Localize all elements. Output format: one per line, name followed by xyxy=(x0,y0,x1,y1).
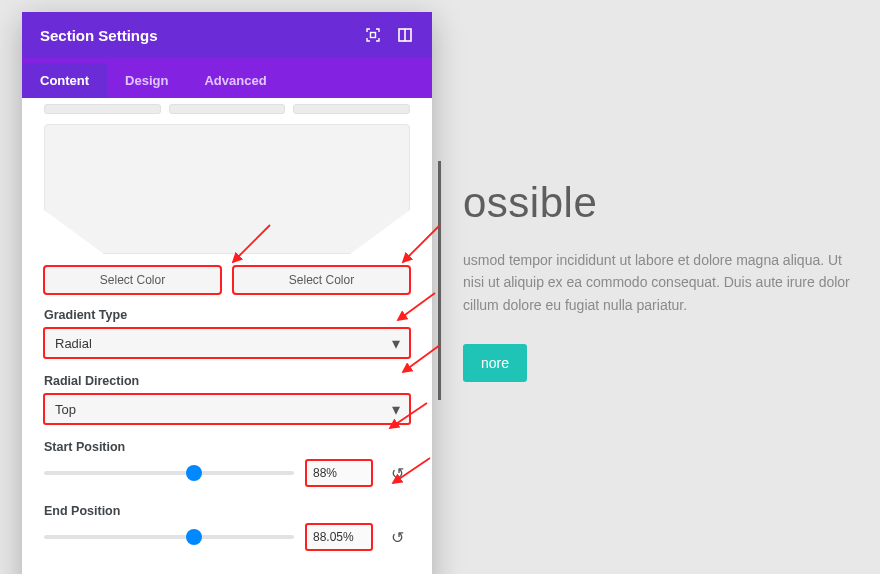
panel-title: Section Settings xyxy=(40,27,158,44)
gradient-type-select[interactable]: Radial xyxy=(44,328,410,358)
header-icon-group xyxy=(364,26,414,44)
snap-icon[interactable] xyxy=(364,26,382,44)
panel-tabs: Content Design Advanced xyxy=(22,58,432,98)
radial-direction-select-wrap: Top ▾ xyxy=(44,394,410,424)
end-position-label: End Position xyxy=(22,504,432,524)
preview-thumbnail xyxy=(44,104,161,114)
hero-paragraph: usmod tempor incididunt ut labore et dol… xyxy=(463,249,858,316)
panel-header: Section Settings xyxy=(22,12,432,58)
reset-icon[interactable]: ↺ xyxy=(384,460,410,486)
tab-content[interactable]: Content xyxy=(22,63,107,98)
end-position-slider[interactable] xyxy=(44,535,294,539)
select-color-2-button[interactable]: Select Color xyxy=(233,266,410,294)
start-position-row: ↺ xyxy=(22,460,432,504)
slider-thumb[interactable] xyxy=(186,529,202,545)
gradient-type-label: Gradient Type xyxy=(22,308,432,328)
end-position-input[interactable] xyxy=(306,524,372,550)
section-settings-panel: Section Settings Content Design Advanced… xyxy=(22,12,432,574)
select-color-1-button[interactable]: Select Color xyxy=(44,266,221,294)
slider-thumb[interactable] xyxy=(186,465,202,481)
preview-thumbnail xyxy=(169,104,286,114)
color-picker-row: Select Color Select Color xyxy=(22,266,432,308)
start-position-label: Start Position xyxy=(22,440,432,460)
svg-rect-0 xyxy=(371,33,376,38)
start-position-input[interactable] xyxy=(306,460,372,486)
tab-design[interactable]: Design xyxy=(107,63,186,98)
preview-row xyxy=(22,98,432,114)
start-position-slider[interactable] xyxy=(44,471,294,475)
radial-direction-select[interactable]: Top xyxy=(44,394,410,424)
gradient-preview xyxy=(44,124,410,254)
expand-icon[interactable] xyxy=(396,26,414,44)
panel-body: Select Color Select Color Gradient Type … xyxy=(22,98,432,574)
hero-heading: ossible xyxy=(463,179,858,227)
radial-direction-label: Radial Direction xyxy=(22,374,432,394)
preview-thumbnail xyxy=(293,104,410,114)
end-position-row: ↺ xyxy=(22,524,432,568)
gradient-type-select-wrap: Radial ▾ xyxy=(44,328,410,358)
reset-icon[interactable]: ↺ xyxy=(384,524,410,550)
learn-more-button[interactable]: nore xyxy=(463,344,527,382)
tab-advanced[interactable]: Advanced xyxy=(186,63,284,98)
page-hero-section: ossible usmod tempor incididunt ut labor… xyxy=(438,161,858,400)
